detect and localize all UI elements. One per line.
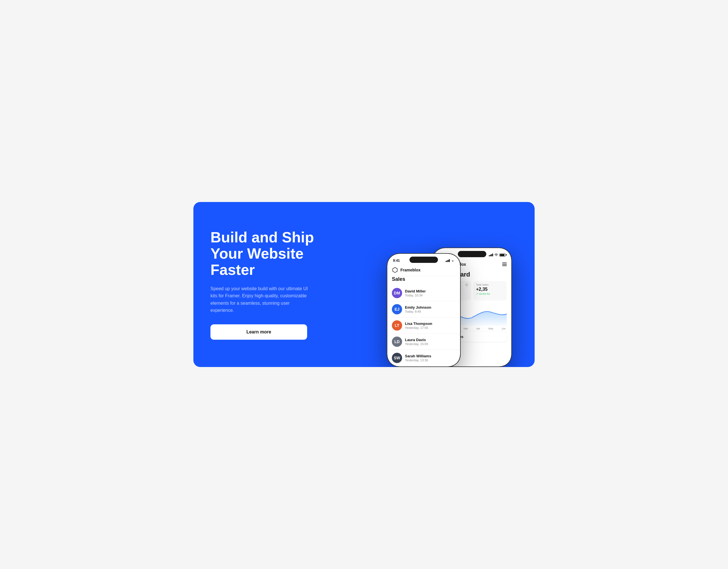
chart-month-may: May <box>488 327 493 330</box>
item-info-4: Sarah Williams Yesterday, 13:36 <box>405 354 456 362</box>
sales-item-4: SW Sarah Williams Yesterday, 13:36 <box>387 350 460 366</box>
sales-item-2: LT Lisa Thompson Yesterday, 17:56 <box>387 318 460 334</box>
item-name-0: David Miller <box>405 289 456 293</box>
item-time-0: Today, 10:34 <box>405 294 456 297</box>
sales-item-0: DM David Miller Today, 10:34 <box>387 285 460 301</box>
item-time-3: Yesterday, 15:09 <box>405 342 456 346</box>
status-icons-dashboard <box>489 253 506 256</box>
svg-text:i: i <box>466 284 467 286</box>
battery-icon <box>499 253 506 256</box>
avatar-2: LT <box>392 320 402 331</box>
svg-marker-3 <box>393 267 397 272</box>
hero-description: Speed up your website build with our ult… <box>210 285 313 314</box>
item-info-2: Lisa Thompson Yesterday, 17:56 <box>405 322 456 330</box>
phones-container: 9:41 <box>330 219 518 367</box>
avatar-4: SW <box>392 353 402 363</box>
metric-sales-card: Total Sales +2,35 ↗ 10.5% fro <box>473 281 507 301</box>
wifi-sales-icon <box>451 259 454 262</box>
sales-app-header: Frameblox <box>387 265 460 276</box>
metric-sales-change: ↗ 10.5% fro <box>476 293 504 295</box>
avatar-3: LD <box>392 337 402 347</box>
avatar-0: DM <box>392 288 402 298</box>
chart-month-jun: Jun <box>501 327 506 330</box>
item-time-4: Yesterday, 13:36 <box>405 359 456 362</box>
phone-notch-sales <box>409 256 438 263</box>
menu-icon <box>502 262 507 266</box>
hero-content: Build and Ship Your Website Faster Speed… <box>210 229 330 357</box>
signal-bars-icon <box>489 253 493 256</box>
item-time-2: Yesterday, 17:56 <box>405 326 456 330</box>
signal-bars-sales-icon <box>446 259 450 262</box>
sales-section-title: Sales <box>387 276 460 285</box>
item-info-0: David Miller Today, 10:34 <box>405 289 456 297</box>
frameblox-sales-hex-logo <box>392 267 398 273</box>
sales-app-name: Frameblox <box>400 268 421 272</box>
status-icons-sales <box>446 259 454 262</box>
wifi-icon <box>494 253 498 256</box>
phone-sales-screen: 9:41 <box>387 254 460 367</box>
metric-sales-value: +2,35 <box>476 287 504 292</box>
item-name-4: Sarah Williams <box>405 354 456 358</box>
status-time-sales: 9:41 <box>393 258 400 262</box>
hero-section: Build and Ship Your Website Faster Speed… <box>193 202 535 367</box>
item-name-2: Lisa Thompson <box>405 322 456 326</box>
item-name-3: Laura Davis <box>405 338 456 342</box>
sales-item-3: LD Laura Davis Yesterday, 15:09 <box>387 334 460 350</box>
item-name-1: Emily Johnson <box>405 305 456 310</box>
chart-month-mar: Mar <box>464 327 468 330</box>
metric-sales-label: Total Sales <box>476 283 504 286</box>
phone-sales: 9:41 <box>387 253 461 367</box>
hero-title: Build and Ship Your Website Faster <box>210 229 330 278</box>
info-icon: i <box>465 283 468 286</box>
learn-more-button[interactable]: Learn more <box>210 324 307 340</box>
sales-item-1: EJ Emily Johnson Today, 8:49 <box>387 301 460 318</box>
item-info-3: Laura Davis Yesterday, 15:09 <box>405 338 456 346</box>
item-time-1: Today, 8:49 <box>405 310 456 313</box>
avatar-1: EJ <box>392 304 402 315</box>
phone-notch-dashboard <box>458 251 486 257</box>
item-info-1: Emily Johnson Today, 8:49 <box>405 305 456 313</box>
chart-month-apr: Apr <box>476 327 480 330</box>
